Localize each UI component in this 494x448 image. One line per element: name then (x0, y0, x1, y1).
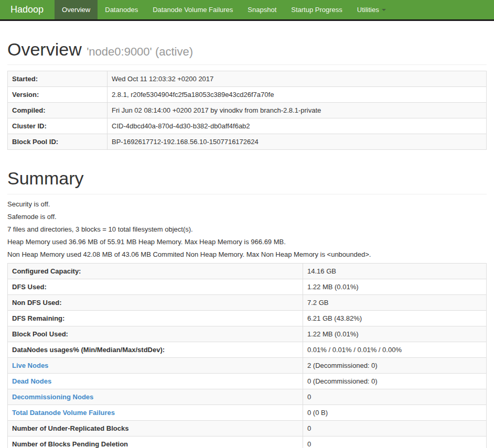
navbar-brand[interactable]: Hadoop (0, 0, 53, 19)
table-row: Live Nodes 2 (Decommissioned: 0) (8, 357, 487, 373)
summary-line-security: Security is off. (7, 200, 487, 208)
total-datanode-volume-failures-link[interactable]: Total Datanode Volume Failures (12, 409, 115, 417)
divider (7, 64, 487, 65)
row-value: 14.16 GB (303, 263, 487, 279)
row-label: Number of Blocks Pending Deletion (8, 436, 303, 448)
row-label: Version: (8, 87, 108, 103)
table-row: Block Pool ID: BP-1692617712-192.168.56.… (8, 134, 487, 150)
row-label: Total Datanode Volume Failures (8, 405, 303, 420)
table-row: DFS Used: 1.22 MB (0.01%) (8, 279, 487, 294)
nav-tab-datanode-volume-failures[interactable]: Datanode Volume Failures (145, 0, 240, 19)
nav-tab-utilities[interactable]: Utilities (350, 0, 393, 19)
row-value: Wed Oct 11 12:03:32 +0200 2017 (108, 71, 487, 87)
table-row: DFS Remaining: 6.21 GB (43.82%) (8, 310, 487, 326)
summary-title: Summary (7, 169, 487, 188)
table-row: Number of Under-Replicated Blocks 0 (8, 420, 487, 436)
table-row: Dead Nodes 0 (Decommissioned: 0) (8, 373, 487, 389)
row-value: 0 (Decommissioned: 0) (303, 373, 487, 389)
table-row: Cluster ID: CID-4dbcd40a-870d-4d30-b382-… (8, 118, 487, 134)
table-row: Started: Wed Oct 11 12:03:32 +0200 2017 (8, 71, 487, 87)
row-label: Block Pool ID: (8, 134, 108, 150)
row-label: Dead Nodes (8, 373, 303, 389)
row-label: Configured Capacity: (8, 263, 303, 279)
row-label: Block Pool Used: (8, 326, 303, 342)
divider (7, 194, 487, 194)
table-row: DataNodes usages% (Min/Median/Max/stdDev… (8, 342, 487, 357)
table-row: Configured Capacity: 14.16 GB (8, 263, 487, 279)
nav-tab-startup-progress[interactable]: Startup Progress (284, 0, 350, 19)
summary-table: Configured Capacity: 14.16 GB DFS Used: … (7, 263, 487, 448)
row-label: Live Nodes (8, 357, 303, 373)
row-label: Number of Under-Replicated Blocks (8, 420, 303, 436)
row-value: CID-4dbcd40a-870d-4d30-b382-db0aff4f6ab2 (108, 118, 487, 134)
page-title: Overview 'node0:9000' (active) (7, 40, 487, 59)
row-label: Decommissioning Nodes (8, 389, 303, 405)
page-content: Overview 'node0:9000' (active) Started: … (0, 40, 494, 448)
live-nodes-link[interactable]: Live Nodes (12, 362, 48, 369)
nav-tab-utilities-label: Utilities (357, 6, 379, 14)
summary-line-non-heap-memory: Non Heap Memory used 42.08 MB of 43.06 M… (7, 250, 487, 258)
table-row: Total Datanode Volume Failures 0 (0 B) (8, 405, 487, 420)
row-label: Cluster ID: (8, 118, 108, 134)
row-label: Compiled: (8, 103, 108, 118)
row-value: 1.22 MB (0.01%) (303, 279, 487, 294)
table-row: Block Pool Used: 1.22 MB (0.01%) (8, 326, 487, 342)
navbar: Hadoop Overview Datanodes Datanode Volum… (0, 0, 494, 21)
decommissioning-nodes-link[interactable]: Decommissioning Nodes (12, 393, 93, 401)
page-title-text: Overview (7, 39, 82, 59)
summary-line-safemode: Safemode is off. (7, 213, 487, 221)
row-value: Fri Jun 02 08:14:00 +0200 2017 by vinodk… (108, 103, 487, 118)
row-label: DataNodes usages% (Min/Median/Max/stdDev… (8, 342, 303, 357)
row-value: 0.01% / 0.01% / 0.01% / 0.00% (303, 342, 487, 357)
row-value: 2.8.1, r20fe5304904fc2f5a18053c389e43cd2… (108, 87, 487, 103)
row-value: BP-1692617712-192.168.56.10-150771617262… (108, 134, 487, 150)
row-label: DFS Used: (8, 279, 303, 294)
namenode-info-table: Started: Wed Oct 11 12:03:32 +0200 2017 … (7, 71, 487, 150)
row-value: 6.21 GB (43.82%) (303, 310, 487, 326)
caret-down-icon (382, 9, 386, 11)
row-label: DFS Remaining: (8, 310, 303, 326)
table-row: Non DFS Used: 7.2 GB (8, 294, 487, 310)
table-row: Number of Blocks Pending Deletion 0 (8, 436, 487, 448)
summary-line-heap-memory: Heap Memory used 36.96 MB of 55.91 MB He… (7, 238, 487, 246)
row-value: 7.2 GB (303, 294, 487, 310)
nav-tab-datanodes[interactable]: Datanodes (98, 0, 145, 19)
table-row: Version: 2.8.1, r20fe5304904fc2f5a18053c… (8, 87, 487, 103)
row-label: Started: (8, 71, 108, 87)
row-label: Non DFS Used: (8, 294, 303, 310)
nav-tab-snapshot[interactable]: Snapshot (240, 0, 284, 19)
row-value: 1.22 MB (0.01%) (303, 326, 487, 342)
summary-paragraphs: Security is off. Safemode is off. 7 file… (7, 200, 487, 258)
row-value: 0 (303, 420, 487, 436)
row-value: 0 (0 B) (303, 405, 487, 420)
summary-line-filesystem-objects: 7 files and directories, 3 blocks = 10 t… (7, 225, 487, 233)
row-value: 0 (303, 436, 487, 448)
row-value: 0 (303, 389, 487, 405)
table-row: Compiled: Fri Jun 02 08:14:00 +0200 2017… (8, 103, 487, 118)
dead-nodes-link[interactable]: Dead Nodes (12, 377, 51, 385)
row-value: 2 (Decommissioned: 0) (303, 357, 487, 373)
table-row: Decommissioning Nodes 0 (8, 389, 487, 405)
nav-tab-overview[interactable]: Overview (55, 0, 98, 19)
page-title-subtitle: 'node0:9000' (active) (87, 45, 193, 58)
